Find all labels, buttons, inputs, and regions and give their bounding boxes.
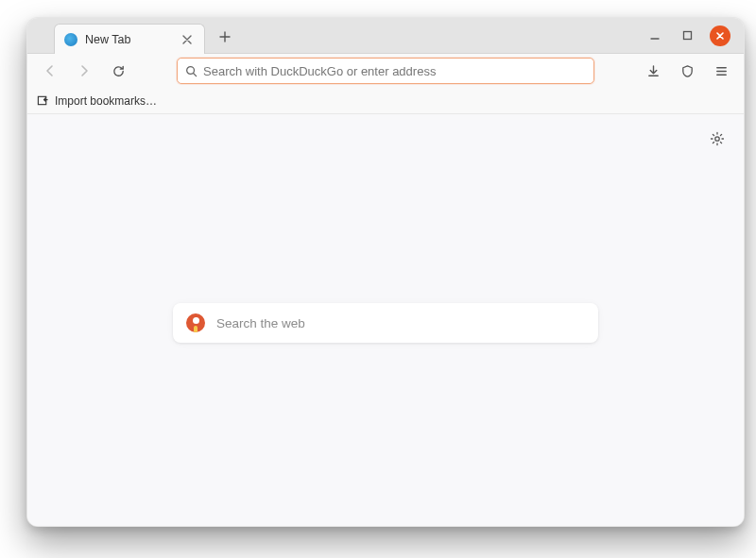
svg-point-3 [715, 137, 719, 141]
navigation-toolbar [27, 54, 744, 88]
close-window-button[interactable] [710, 25, 730, 46]
tab-strip: New Tab [27, 18, 645, 53]
search-icon [185, 65, 198, 77]
browser-window: New Tab [26, 17, 745, 527]
newtab-search-placeholder: Search the web [216, 316, 305, 330]
bookmarks-toolbar: Import bookmarks… [27, 88, 744, 114]
import-bookmarks-icon [37, 94, 49, 107]
newtab-search-box[interactable]: Search the web [173, 303, 598, 343]
downloads-button[interactable] [640, 58, 666, 84]
reload-button[interactable] [105, 58, 131, 84]
forward-button[interactable] [71, 58, 97, 84]
tab-active[interactable]: New Tab [54, 24, 205, 54]
duckduckgo-icon [186, 313, 205, 332]
url-input[interactable] [203, 64, 586, 78]
minimize-button[interactable] [645, 26, 664, 45]
firefox-favicon-icon [64, 33, 77, 46]
app-menu-button[interactable] [708, 58, 734, 84]
new-tab-button[interactable] [213, 25, 237, 49]
close-tab-button[interactable] [180, 32, 195, 47]
url-bar[interactable] [177, 58, 594, 84]
newtab-settings-button[interactable] [706, 127, 729, 150]
svg-rect-0 [683, 32, 691, 40]
tab-title: New Tab [85, 33, 172, 46]
back-button[interactable] [37, 58, 63, 84]
window-controls [645, 18, 744, 53]
new-tab-page: Search the web [27, 114, 744, 526]
shield-icon[interactable] [674, 58, 700, 84]
titlebar: New Tab [27, 18, 744, 54]
import-bookmarks-button[interactable]: Import bookmarks… [55, 94, 157, 108]
maximize-button[interactable] [678, 26, 696, 45]
